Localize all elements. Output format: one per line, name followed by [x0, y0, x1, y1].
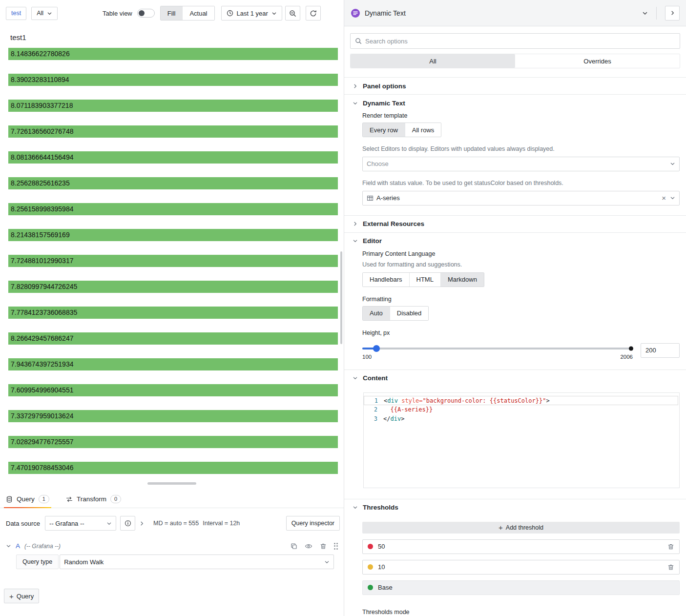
query-ref-id[interactable]: A: [16, 542, 20, 550]
tab-query[interactable]: Query 1: [4, 491, 51, 508]
slider-range-labels: 100 2006: [362, 354, 633, 360]
query-editor: Query 1 Transform 0 Data source -- Grafa…: [0, 491, 344, 616]
dashboard-title-button[interactable]: test: [6, 7, 26, 20]
section-thresholds[interactable]: Thresholds: [344, 499, 686, 516]
divider: [656, 7, 657, 20]
slider-rail[interactable]: [362, 348, 633, 349]
option-actual[interactable]: Actual: [182, 6, 214, 20]
editors-select[interactable]: Choose: [362, 157, 680, 171]
threshold-value[interactable]: 10: [378, 563, 385, 571]
add-threshold-button[interactable]: + Add threshold: [362, 522, 680, 534]
section-label: Editor: [363, 237, 382, 245]
left-pane: test All Table view FillActual Last 1 ye…: [0, 0, 344, 616]
threshold-color-dot: [368, 585, 373, 590]
plus-icon: +: [9, 593, 14, 600]
threshold-row[interactable]: 10: [362, 560, 680, 575]
editor-options: Primary Content Language Used for format…: [344, 250, 686, 370]
value-row: 8.071183903377218: [8, 100, 338, 112]
query-inspector-button[interactable]: Query inspector: [286, 516, 340, 531]
tab-transform[interactable]: Transform 0: [64, 491, 123, 508]
delete-threshold-icon[interactable]: [667, 564, 674, 571]
value-bar: 7.726136560276748: [8, 125, 338, 138]
collapse-query-icon[interactable]: [6, 543, 11, 549]
threshold-color-dot[interactable]: [368, 564, 373, 570]
height-slider-handle[interactable]: [373, 345, 380, 352]
value-row: 7.726136560276748: [8, 125, 338, 138]
section-dynamic-text[interactable]: Dynamic Text: [344, 95, 686, 111]
delete-threshold-icon[interactable]: [667, 543, 674, 550]
query-tab-label: Query: [17, 495, 35, 503]
database-icon: [6, 496, 13, 503]
add-query-button[interactable]: + Query: [4, 589, 39, 603]
code-line[interactable]: 2 {{A-series}}: [364, 405, 679, 414]
horizontal-scrollbar[interactable]: [147, 482, 196, 485]
delete-query-icon[interactable]: [320, 543, 327, 550]
vertical-scrollbar[interactable]: [340, 251, 342, 344]
time-range-picker[interactable]: Last 1 year: [221, 6, 282, 21]
collapse-pane-button[interactable]: [665, 6, 680, 21]
code-lines: 1<div style="background-color: {{statusC…: [364, 396, 679, 424]
option-disabled[interactable]: Disabled: [390, 307, 429, 320]
option-handlebars[interactable]: Handlebars: [363, 273, 409, 287]
chevron-right-icon: [353, 83, 358, 89]
scope-dropdown[interactable]: All: [31, 7, 58, 20]
chevron-down-icon[interactable]: [642, 10, 648, 16]
drag-handle-icon[interactable]: [334, 543, 338, 550]
option-auto[interactable]: Auto: [363, 307, 390, 320]
option-markdown[interactable]: Markdown: [440, 273, 484, 287]
zoom-out-icon: [289, 10, 296, 17]
option-html[interactable]: HTML: [409, 273, 440, 287]
option-every-row[interactable]: Every row: [363, 123, 405, 137]
height-input[interactable]: 200: [641, 343, 680, 358]
section-content[interactable]: Content: [344, 370, 686, 387]
section-external-resources[interactable]: External Resources: [344, 216, 686, 232]
dynamic-text-plugin-icon: [351, 8, 360, 18]
datasource-select[interactable]: -- Grafana --: [45, 516, 116, 531]
height-slider[interactable]: 100 2006: [362, 343, 633, 360]
threshold-row[interactable]: 50: [362, 539, 680, 554]
content-code-editor[interactable]: 1<div style="background-color: {{statusC…: [363, 392, 680, 488]
option-fill[interactable]: Fill: [161, 6, 183, 20]
status-field-description: Field with status value. To be used to g…: [362, 179, 680, 187]
code-line[interactable]: 1<div style="background-color: {{statusC…: [364, 396, 678, 405]
thresholds-mode-label: Thresholds mode: [362, 609, 680, 616]
option-all-rows[interactable]: All rows: [405, 123, 441, 137]
chevron-down-icon: [271, 11, 277, 16]
query-options-expand-icon[interactable]: [139, 521, 145, 526]
plus-icon: +: [499, 524, 503, 531]
height-value: 200: [645, 347, 656, 354]
code-line[interactable]: 3</div>: [364, 414, 679, 424]
query-type-label: Query type: [16, 554, 59, 569]
datasource-help-button[interactable]: [120, 516, 135, 531]
threshold-value[interactable]: 50: [378, 543, 385, 550]
language-label: Primary Content Language: [362, 250, 680, 257]
display-mode-group: FillActual: [160, 6, 215, 21]
line-number: 2: [364, 405, 383, 414]
status-field-select[interactable]: A-series ×: [362, 191, 680, 205]
refresh-button[interactable]: [306, 6, 321, 21]
hide-query-icon[interactable]: [305, 543, 312, 550]
threshold-color-dot[interactable]: [368, 544, 373, 549]
chevron-down-icon: [106, 521, 112, 526]
chevron-down-icon: [353, 505, 358, 510]
panel-preview: test1 8.148366227808268.390232831108948.…: [0, 26, 344, 491]
clear-selection-icon[interactable]: ×: [662, 194, 666, 202]
tab-all[interactable]: All: [351, 54, 515, 68]
section-editor[interactable]: Editor: [344, 233, 686, 249]
value-row: 8.25628825616235: [8, 177, 338, 189]
tab-overrides[interactable]: Overrides: [515, 54, 680, 68]
chevron-down-icon: [670, 195, 675, 201]
editors-description: Select Editors to display. Editors with …: [362, 145, 680, 153]
section-panel-options[interactable]: Panel options: [344, 78, 686, 94]
switch-knob: [139, 10, 145, 16]
search-input[interactable]: [365, 38, 675, 45]
table-view-switch[interactable]: [137, 9, 155, 18]
datasource-value: -- Grafana --: [49, 520, 84, 527]
query-type-select[interactable]: Random Walk: [60, 554, 334, 569]
zoom-out-button[interactable]: [285, 6, 300, 21]
status-field-value: A-series: [376, 194, 400, 202]
threshold-list: 5010Base: [362, 539, 680, 595]
duplicate-query-icon[interactable]: [291, 543, 297, 550]
max-datapoints-summary: MD = auto = 555: [153, 520, 199, 527]
value-row: 7.609954996904551: [8, 384, 338, 396]
